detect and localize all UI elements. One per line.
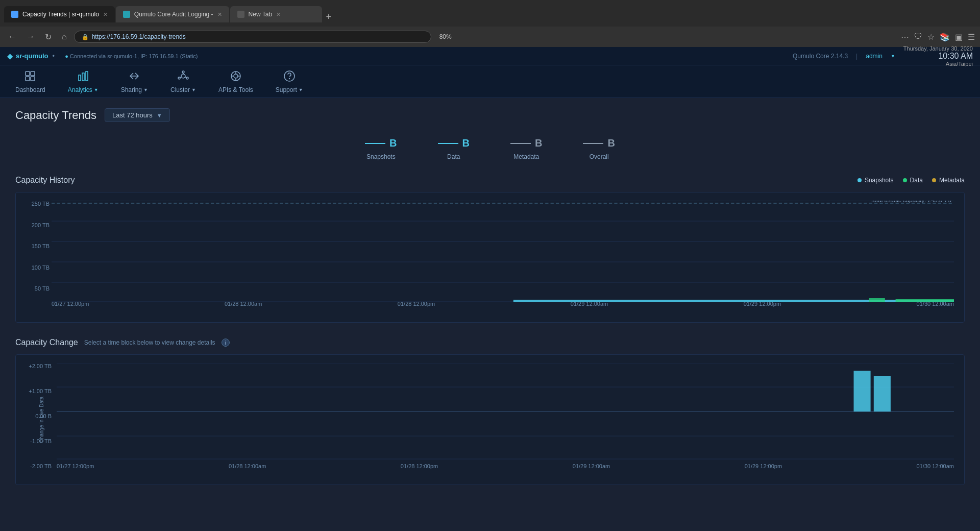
sharing-icon	[128, 70, 140, 84]
nav-cluster-label: Cluster ▼	[170, 86, 196, 93]
bookmarks-bar-icon[interactable]: 📚	[940, 32, 950, 42]
stat-data-icon: B	[438, 137, 470, 149]
capacity-history-section: Capacity History Snapshots Data Metadata	[15, 176, 965, 323]
home-button[interactable]: ⌂	[59, 30, 70, 43]
nav-apis[interactable]: APIs & Tools	[208, 66, 263, 97]
new-tab-button[interactable]: +	[323, 12, 335, 22]
svg-rect-37	[854, 371, 871, 412]
brand-name: sr-qumulo	[16, 52, 48, 60]
stat-overall-line	[583, 143, 603, 144]
change-x-label-3: 01/28 12:00pm	[401, 463, 438, 469]
bookmark-icon[interactable]: ☆	[927, 32, 935, 42]
legend-label-metadata: Metadata	[939, 177, 965, 184]
admin-arrow: ▼	[891, 54, 895, 59]
nav-dashboard[interactable]: Dashboard	[5, 66, 56, 97]
page-title: Capacity Trends	[15, 109, 96, 122]
browser-tab-3[interactable]: New Tab ✕	[230, 6, 322, 22]
address-bar[interactable]: 🔒 https://176.16.59.1/capacity-trends	[74, 31, 431, 43]
capacity-change-x-labels: 01/27 12:00pm 01/28 12:00am 01/28 12:00p…	[57, 463, 954, 469]
capacity-change-y-labels: +2.00 TB +1.00 TB 0.00 B -1.00 TB -2.00 …	[20, 363, 52, 469]
stat-metadata-value: B	[535, 137, 542, 149]
time-selector[interactable]: Last 72 hours ▼	[105, 108, 170, 122]
info-icon[interactable]: i	[222, 339, 230, 347]
main-content: Capacity Trends Last 72 hours ▼ B Snapsh…	[0, 98, 980, 495]
stat-overall-value: B	[607, 137, 615, 149]
legend-data: Data	[903, 177, 923, 184]
nav-sharing[interactable]: Sharing ▼	[111, 66, 158, 97]
profile-icon[interactable]: ☰	[968, 32, 975, 42]
collections-icon[interactable]: ▣	[955, 32, 963, 42]
stat-metadata-label: Metadata	[513, 153, 539, 160]
y-label-150: 150 TB	[20, 243, 50, 249]
svg-rect-1	[31, 71, 35, 76]
app-datetime: Thursday, January 30, 2020 10:30 AM Asia…	[903, 45, 973, 67]
nav-analytics-label: Analytics ▼	[68, 86, 99, 93]
legend-metadata: Metadata	[932, 177, 965, 184]
browser-tab-2[interactable]: Qumulo Core Audit Logging - ✕	[116, 6, 229, 22]
capacity-change-header: Capacity Change Select a time block belo…	[15, 338, 965, 347]
legend-dot-data	[903, 178, 907, 182]
tab-close-1[interactable]: ✕	[103, 11, 108, 18]
nav-sharing-label: Sharing ▼	[121, 86, 148, 93]
nav-support[interactable]: Support ▼	[265, 66, 313, 97]
svg-point-8	[182, 71, 184, 73]
svg-point-15	[234, 74, 238, 78]
svg-rect-4	[79, 75, 81, 81]
capacity-change-title: Capacity Change	[15, 338, 78, 347]
change-y-label-m2: -2.00 TB	[20, 463, 52, 469]
admin-menu[interactable]: admin	[866, 53, 883, 60]
nav-cluster[interactable]: Cluster ▼	[160, 66, 206, 97]
change-x-label-2: 01/28 12:00am	[229, 463, 266, 469]
nav-menu: Dashboard Analytics ▼ Sharing ▼	[0, 65, 980, 98]
forward-button[interactable]: →	[23, 30, 38, 43]
extensions-icon[interactable]: ⋯	[901, 32, 909, 42]
capacity-change-subtitle: Select a time block below to view change…	[84, 339, 215, 346]
browser-tabs: Capacity Trends | sr-qumulo ✕ Qumulo Cor…	[4, 4, 334, 22]
tab-close-2[interactable]: ✕	[217, 11, 222, 18]
tab-label-3: New Tab	[249, 11, 272, 18]
nav-apis-label: APIs & Tools	[218, 86, 253, 93]
stat-metadata: B Metadata	[510, 137, 542, 160]
legend-label-snapshots: Snapshots	[865, 177, 894, 184]
analytics-arrow: ▼	[94, 87, 99, 92]
svg-rect-3	[31, 77, 35, 81]
apis-icon	[230, 70, 242, 84]
change-y-label-p2: +2.00 TB	[20, 363, 52, 369]
browser-tab-active[interactable]: Capacity Trends | sr-qumulo ✕	[4, 6, 115, 22]
legend-dot-snapshots	[857, 178, 862, 182]
app-version: Qumulo Core 2.14.3	[793, 53, 848, 60]
back-button[interactable]: ←	[5, 30, 19, 43]
lock-icon: 🔒	[82, 34, 89, 40]
svg-rect-6	[86, 71, 88, 81]
shield-icon: 🛡	[914, 32, 922, 41]
address-text: https://176.16.59.1/capacity-trends	[92, 33, 186, 40]
capacity-change-section: Capacity Change Select a time block belo…	[15, 338, 965, 485]
sharing-arrow: ▼	[143, 87, 148, 92]
browser-toolbar: ← → ↻ ⌂ 🔒 https://176.16.59.1/capacity-t…	[0, 27, 980, 47]
capacity-history-area: Total usable capacity: 243.0 TB	[52, 201, 954, 298]
stat-overall-label: Overall	[590, 153, 609, 160]
stat-metadata-line	[510, 143, 531, 144]
tab-label-1: Capacity Trends | sr-qumulo	[22, 11, 99, 18]
datetime-line2: 10:30 AM	[903, 52, 973, 61]
capacity-history-title: Capacity History	[15, 176, 75, 185]
reload-button[interactable]: ↻	[42, 30, 55, 44]
analytics-icon	[77, 70, 89, 84]
tab-close-3[interactable]: ✕	[276, 11, 281, 18]
stat-metadata-icon: B	[510, 137, 542, 149]
svg-rect-2	[26, 77, 30, 81]
stats-row: B Snapshots B Data B Metadata B Overall	[15, 137, 965, 160]
nav-analytics[interactable]: Analytics ▼	[58, 66, 109, 97]
separator: •	[53, 52, 55, 60]
capacity-history-chart: 250 TB 200 TB 150 TB 100 TB 50 TB	[15, 192, 965, 323]
support-icon	[283, 70, 296, 84]
stat-snapshots-label: Snapshots	[366, 153, 396, 160]
tab-favicon-1	[11, 11, 18, 18]
capacity-change-area	[57, 363, 954, 460]
legend-label-data: Data	[910, 177, 923, 184]
app-topbar-right: Qumulo Core 2.14.3 | admin ▼ Thursday, J…	[793, 45, 973, 67]
svg-rect-5	[82, 73, 84, 81]
connection-label: Connected via sr-qumulo-1, IP: 176.16.59…	[70, 53, 198, 59]
datetime-line3: Asia/Taipei	[903, 61, 973, 67]
nav-support-label: Support ▼	[276, 86, 303, 93]
